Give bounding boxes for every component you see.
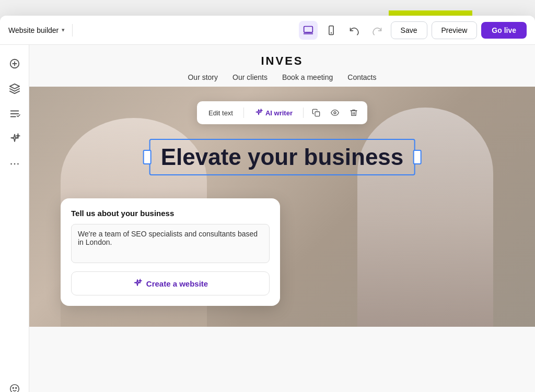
svg-point-14 <box>15 387 16 388</box>
create-website-button[interactable]: Create a website <box>71 271 270 295</box>
svg-rect-15 <box>315 112 320 116</box>
plus-circle-icon <box>9 58 20 69</box>
copy-button[interactable] <box>308 104 324 121</box>
ft-divider-2 <box>303 108 304 118</box>
toolbar-divider <box>72 24 73 37</box>
phone-icon <box>326 25 336 35</box>
website-nav: INVES Our story Our clients Book a meeti… <box>29 45 535 87</box>
visibility-button[interactable] <box>327 104 343 121</box>
sidebar-more-icon[interactable] <box>4 153 25 174</box>
hero-text-selected[interactable]: Elevate your business <box>149 139 415 175</box>
svg-point-13 <box>13 387 14 388</box>
dots-icon <box>9 158 20 170</box>
sparkle-icon <box>9 133 20 145</box>
svg-point-16 <box>334 112 336 114</box>
copy-icon <box>312 109 320 117</box>
svg-point-11 <box>17 163 19 165</box>
trash-icon <box>350 109 358 117</box>
canvas-area: INVES Our story Our clients Book a meeti… <box>29 45 535 392</box>
svg-rect-0 <box>304 26 312 32</box>
main-area: INVES Our story Our clients Book a meeti… <box>0 45 535 392</box>
floating-edit-toolbar: Edit text AI writer <box>197 101 367 124</box>
sidebar-layers-icon[interactable] <box>4 78 25 99</box>
website-logo: INVES <box>261 54 303 68</box>
redo-button[interactable] <box>368 21 387 40</box>
toolbar: Website builder ▾ <box>0 16 535 45</box>
undo-icon <box>349 25 359 35</box>
nav-link-contacts[interactable]: Contacts <box>347 73 376 81</box>
ai-panel: Tell us about your business We're a team… <box>61 198 280 306</box>
brand-label[interactable]: Website builder <box>8 26 59 34</box>
save-button[interactable]: Save <box>391 21 427 39</box>
delete-button[interactable] <box>345 104 362 121</box>
laptop-icon <box>303 25 313 35</box>
hero-area: Edit text AI writer <box>29 87 535 327</box>
text-icon <box>9 108 20 120</box>
preview-button[interactable]: Preview <box>432 21 478 39</box>
ai-writer-button[interactable]: AI writer <box>248 105 299 120</box>
brand-chevron[interactable]: ▾ <box>62 27 65 33</box>
svg-point-4 <box>331 32 331 33</box>
ai-sparkle-icon <box>254 109 263 117</box>
hero-title: Elevate your business <box>161 144 404 170</box>
ai-panel-textarea[interactable]: We're a team of SEO specialists and cons… <box>71 224 270 263</box>
nav-link-our-clients[interactable]: Our clients <box>232 73 268 81</box>
layers-icon <box>9 83 20 94</box>
golive-button[interactable]: Go live <box>481 22 527 39</box>
ai-writer-label: AI writer <box>265 109 293 117</box>
toolbar-left: Website builder ▾ <box>8 24 299 37</box>
mobile-view-button[interactable] <box>322 21 341 40</box>
create-website-label: Create a website <box>146 279 208 288</box>
eye-icon <box>331 109 339 117</box>
ai-panel-title: Tell us about your business <box>71 209 270 218</box>
svg-point-9 <box>10 163 12 165</box>
sidebar-ai-icon[interactable] <box>4 128 25 149</box>
create-sparkle-icon <box>133 279 142 288</box>
svg-point-10 <box>14 163 15 165</box>
nav-link-book-meeting[interactable]: Book a meeting <box>282 73 333 81</box>
toolbar-right: Save Preview Go live <box>299 21 527 40</box>
face-smile-icon <box>9 383 20 392</box>
undo-button[interactable] <box>345 21 364 40</box>
app-container: Website builder ▾ <box>0 16 535 392</box>
sidebar-text-icon[interactable] <box>4 103 25 124</box>
edit-text-button[interactable]: Edit text <box>202 106 239 120</box>
website-nav-links: Our story Our clients Book a meeting Con… <box>188 73 376 81</box>
nav-link-our-story[interactable]: Our story <box>188 73 218 81</box>
sidebar <box>0 45 29 392</box>
sidebar-account-icon[interactable] <box>4 378 25 392</box>
ft-divider <box>243 108 244 118</box>
sidebar-add-icon[interactable] <box>4 53 25 74</box>
desktop-view-button[interactable] <box>299 21 318 40</box>
svg-marker-8 <box>9 84 19 89</box>
website-preview: INVES Our story Our clients Book a meeti… <box>29 45 535 392</box>
redo-icon <box>372 25 382 35</box>
